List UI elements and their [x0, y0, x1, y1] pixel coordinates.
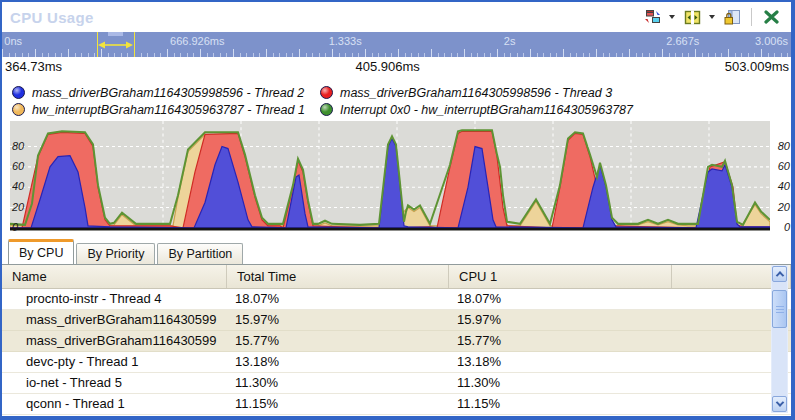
column-header-total-time[interactable]: Total Time — [227, 265, 449, 288]
cell-name: devc-pty - Thread 1 — [2, 352, 227, 372]
selection-edge-handle[interactable] — [134, 32, 135, 57]
chart-legend: mass_driverBGraham1164305998596 - Thread… — [2, 77, 791, 121]
cell-total: 18.07% — [227, 289, 449, 309]
time-marker-end: 503.009ms — [725, 59, 789, 74]
table-row[interactable]: mass_driverBGraham11643059915.97%15.97% — [2, 310, 791, 331]
cell-cpu1: 15.97% — [449, 310, 672, 330]
y-axis-tick-left: 40 — [12, 181, 24, 192]
cell-total: 13.18% — [227, 352, 449, 372]
legend-color-dot-icon — [12, 103, 25, 116]
table-row[interactable]: procnto-instr - Thread 418.07%18.07% — [2, 289, 791, 310]
table-header: Name Total Time CPU 1 — [2, 265, 791, 289]
legend-color-dot-icon — [12, 86, 25, 99]
table-row[interactable]: devc-pty - Thread 113.18%13.18% — [2, 352, 791, 373]
cell-cpu1: 11.30% — [449, 373, 672, 393]
cell-total: 15.77% — [227, 331, 449, 351]
y-axis-tick-right: 80 — [778, 141, 790, 152]
tab-bar: By CPUBy PriorityBy Partition — [2, 239, 791, 265]
legend-label: mass_driverBGraham1164305998596 - Thread… — [32, 86, 304, 100]
tab-by-priority[interactable]: By Priority — [76, 243, 155, 264]
toolbar-separator — [751, 8, 752, 26]
table-row[interactable]: mass_driverBGraham11643059915.77%15.77% — [2, 331, 791, 352]
timeline-ruler[interactable]: 0ns666.926ms1.333s2s2.667s3.006s — [2, 32, 791, 57]
cell-cpu1: 11.15% — [449, 394, 672, 414]
y-axis-tick-left: 60 — [12, 161, 24, 172]
y-axis-tick-right: 60 — [778, 161, 790, 172]
cell-cpu1: 18.07% — [449, 289, 672, 309]
table-body: procnto-instr - Thread 418.07%18.07%mass… — [2, 289, 791, 416]
cell-name: io-net - Thread 5 — [2, 373, 227, 393]
legend-label: hw_interruptBGraham1164305963787 - Threa… — [32, 103, 305, 117]
ruler-tick-label: 2s — [504, 35, 516, 47]
scroll-down-button[interactable] — [772, 396, 787, 412]
y-axis-tick-right: 40 — [778, 181, 790, 192]
legend-color-dot-icon — [320, 103, 333, 116]
close-icon[interactable] — [761, 8, 781, 26]
cpu-usage-panel: CPU Usage — [0, 0, 795, 420]
ruler-tick-label: 1.333s — [329, 35, 362, 47]
legend-item: mass_driverBGraham1164305998596 - Thread… — [320, 84, 791, 101]
y-axis-tick-left: 80 — [12, 141, 24, 152]
chevron-down-icon[interactable] — [669, 15, 675, 19]
pane-layout-icon[interactable] — [682, 8, 702, 26]
selection-top-handle[interactable] — [108, 32, 123, 36]
chevron-down-icon[interactable] — [709, 15, 715, 19]
y-axis-tick-right: 20 — [778, 202, 790, 213]
table-row[interactable]: io-net - Thread 511.30%11.30% — [2, 373, 791, 394]
cell-total: 11.15% — [227, 394, 449, 414]
time-marker-start: 364.73ms — [5, 59, 62, 74]
page-title: CPU Usage — [10, 9, 94, 26]
legend-item: Interrupt 0x0 - hw_interruptBGraham11643… — [320, 101, 791, 118]
table-row[interactable]: qconn - Thread 111.15%11.15% — [2, 394, 791, 415]
ruler-tick-label: 3.006s — [755, 35, 788, 47]
time-marker-mid: 405.906ms — [355, 59, 419, 74]
chevron-up-icon — [775, 271, 783, 279]
tab-by-cpu[interactable]: By CPU — [8, 239, 74, 264]
column-header-cpu1[interactable]: CPU 1 — [449, 265, 672, 288]
y-axis-tick-left: 0 — [12, 222, 18, 233]
ruler-tick-label: 0ns — [4, 35, 22, 47]
chart-plot-area[interactable]: 020406080 — [10, 121, 770, 231]
chevron-down-icon — [775, 398, 783, 406]
time-marker-row: 364.73ms 405.906ms 503.009ms — [2, 57, 791, 77]
y-axis-tick-right: 0 — [784, 222, 790, 233]
scrollbar-thumb[interactable] — [772, 290, 787, 328]
legend-color-dot-icon — [320, 86, 333, 99]
legend-label: Interrupt 0x0 - hw_interruptBGraham11643… — [340, 103, 633, 117]
toolbar — [642, 8, 781, 26]
legend-label: mass_driverBGraham1164305998596 - Thread… — [340, 86, 612, 100]
cell-total: 11.30% — [227, 373, 449, 393]
cell-cpu1: 13.18% — [449, 352, 672, 372]
title-bar: CPU Usage — [2, 2, 791, 32]
cell-name: mass_driverBGraham116430599 — [2, 310, 227, 330]
ruler-tick-label: 666.926ms — [170, 35, 224, 47]
cell-name: procnto-instr - Thread 4 — [2, 289, 227, 309]
cell-total: 15.97% — [227, 310, 449, 330]
legend-item: mass_driverBGraham1164305998596 - Thread… — [12, 84, 320, 101]
ruler-tick-label: 2.667s — [666, 35, 699, 47]
selection-range-arrow[interactable] — [98, 40, 133, 50]
y-axis-tick-left: 20 — [12, 202, 24, 213]
y-axis-right: 020406080 — [772, 121, 791, 231]
cell-name: qconn - Thread 1 — [2, 394, 227, 414]
scroll-up-button[interactable] — [772, 266, 787, 282]
vertical-scrollbar[interactable] — [771, 265, 788, 413]
cell-name: mass_driverBGraham116430599 — [2, 331, 227, 351]
legend-item: hw_interruptBGraham1164305963787 - Threa… — [12, 101, 320, 118]
lock-view-icon[interactable] — [722, 8, 742, 26]
cell-cpu1: 15.77% — [449, 331, 672, 351]
swap-views-icon[interactable] — [642, 8, 662, 26]
tab-by-partition[interactable]: By Partition — [157, 243, 243, 264]
column-header-name[interactable]: Name — [2, 265, 227, 288]
cpu-usage-chart: 020406080 020406080 — [2, 121, 791, 231]
